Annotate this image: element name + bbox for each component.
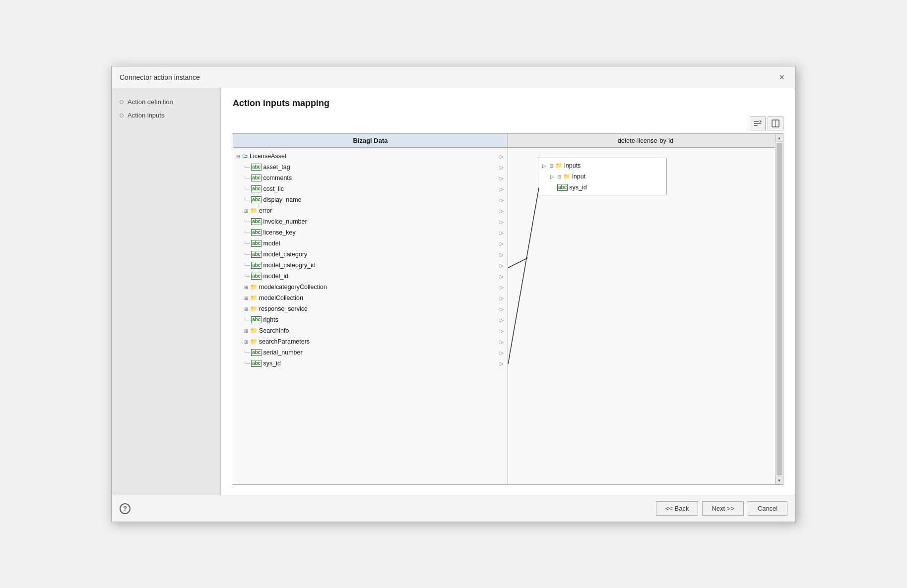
tree-item-sys-id-right[interactable]: abc sys_id [538,182,666,193]
arrow-comments[interactable]: ▷ [500,176,506,181]
arrow-license-asset[interactable]: ▷ [500,154,506,159]
tree-item-license-key[interactable]: └─ abc license_key ▷ [233,227,508,238]
arrow-model-cateogry-id[interactable]: ▷ [500,263,506,268]
abc-icon-serial-number: abc [251,349,261,356]
tree-label-error: error [259,207,272,214]
tree-item-invoice-number[interactable]: └─ abc invoice_number ▷ [233,216,508,227]
tree-label-modelcategory-collection: modelcategoryCollection [259,284,327,291]
tree-label-license-key: license_key [263,229,295,236]
tree-label-sys-id-right: sys_id [569,184,586,191]
folder-collection-icon-1: 📁 [250,284,258,291]
back-button[interactable]: << Back [656,501,699,516]
tree-label-input: input [572,173,585,180]
arrow-display-name[interactable]: ▷ [500,197,506,203]
arrow-model-category[interactable]: ▷ [500,252,506,257]
folder-icon-searchinfo: 📁 [250,327,258,334]
tree-item-license-asset[interactable]: ⊟ 🗂 LicenseAsset ▷ [233,151,508,162]
tree-item-error[interactable]: ⊞ 📁 error ▷ [233,205,508,216]
expand-icon[interactable]: ⊟ [235,154,241,159]
abc-icon-model: abc [251,240,261,247]
abc-icon-model-cateogry-id: abc [251,262,261,269]
arrow-search-parameters[interactable]: ▷ [500,339,506,345]
scroll-thumb[interactable] [777,143,782,475]
tree-item-rights[interactable]: └─ abc rights ▷ [233,314,508,325]
tree-label-search-parameters: searchParameters [259,338,310,345]
help-icon[interactable]: ? [120,503,130,514]
arrow-model-id[interactable]: ▷ [500,274,506,279]
tree-item-display-name[interactable]: └─ abc display_name ▷ [233,194,508,205]
next-button[interactable]: Next >> [702,501,744,516]
tree-item-comments[interactable]: └─ abc comments ▷ [233,173,508,183]
folder-icon-error: 📁 [250,207,258,214]
scroll-down[interactable]: ▼ [776,476,783,484]
arrow-search-info[interactable]: ▷ [500,328,506,334]
tree-item-model[interactable]: └─ abc model ▷ [233,238,508,249]
arrow-model-collection[interactable]: ▷ [500,295,506,301]
right-panel: delete-license-by-id ▷ ⊟ [508,134,783,484]
expand-icon-modelcol[interactable]: ⊞ [243,295,249,301]
arrow-error[interactable]: ▷ [500,208,506,214]
abc-icon-rights: abc [251,316,261,323]
tree-item-response-service[interactable]: ⊞ 📁 response_service ▷ [233,303,508,314]
tree-item-model-id[interactable]: └─ abc model_id ▷ [233,271,508,282]
tree-item-modelcategory-collection[interactable]: ⊞ 📁 modelcategoryCollection ▷ [233,282,508,293]
arrow-response-service[interactable]: ▷ [500,306,506,312]
tree-item-input-row[interactable]: ▷ ⊟ 📁 input [538,171,666,182]
sidebar-item-action-definition[interactable]: Action definition [120,98,212,106]
expand-icon-modelcat[interactable]: ⊞ [243,285,249,290]
main-content: Action definition Action inputs Action i… [112,88,795,495]
abc-icon-sys-id-right: abc [557,184,568,191]
expand-icon-input[interactable]: ▷ [549,174,555,179]
close-button[interactable]: × [776,72,787,83]
tree-item-search-parameters[interactable]: ⊞ 📁 searchParameters ▷ [233,336,508,347]
content-area: Action inputs mapping [221,88,795,495]
scroll-up[interactable]: ▲ [776,134,783,142]
cancel-button[interactable]: Cancel [748,501,787,516]
arrow-model[interactable]: ▷ [500,241,506,246]
tree-item-asset-tag[interactable]: └─ abc asset_tag ▷ [233,162,508,173]
expand-icon-inputs[interactable]: ▷ [541,163,547,169]
tree-item-model-collection[interactable]: ⊞ 📁 modelCollection ▷ [233,293,508,303]
tree-item-cost-lic[interactable]: └─ abc cost_lic ▷ [233,183,508,194]
tree-label-model-cateogry-id: model_cateogry_id [263,262,316,269]
expand-icon-searchinfo[interactable]: ⊞ [243,328,249,334]
sidebar-label-action-inputs: Action inputs [128,112,164,119]
arrow-sys-id-left[interactable]: ▷ [500,361,506,366]
abc-icon-license-key: abc [251,229,261,236]
expand-icon-searchparams[interactable]: ⊞ [243,339,249,345]
arrow-cost-lic[interactable]: ▷ [500,186,506,192]
arrow-invoice-number[interactable]: ▷ [500,219,506,225]
abc-icon-cost-lic: abc [251,185,261,192]
right-panel-content: ▷ ⊟ 📁 inputs ▷ ⊟ 📁 input [508,148,783,484]
scrollbar: ▲ ▼ [775,134,783,484]
tree-item-inputs-row[interactable]: ▷ ⊟ 📁 inputs [538,160,666,171]
expand-icon-input-2[interactable]: ⊟ [556,174,562,179]
expand-icon-response[interactable]: ⊞ [243,306,249,312]
toolbar-btn-2[interactable] [768,117,783,130]
arrow-serial-number[interactable]: ▷ [500,350,506,355]
sidebar-item-action-inputs[interactable]: Action inputs [120,112,212,119]
tree-label-serial-number: serial_number [263,349,302,356]
expand-icon-inputs-2[interactable]: ⊟ [548,163,554,169]
expand-icon-error[interactable]: ⊞ [243,208,249,214]
abc-icon-sys-id-left: abc [251,360,261,367]
tree-label-sys-id-left: sys_id [263,360,280,367]
left-panel-content[interactable]: ⊟ 🗂 LicenseAsset ▷ └─ abc asset_tag ▷ [233,148,508,484]
tree-item-model-category[interactable]: └─ abc model_category ▷ [233,249,508,260]
abc-icon-model-id: abc [251,273,261,280]
tree-item-search-info[interactable]: ⊞ 📁 SearchInfo ▷ [233,325,508,336]
toolbar-btn-1[interactable] [750,117,766,130]
arrow-license-key[interactable]: ▷ [500,230,506,235]
tree-item-sys-id[interactable]: └─ abc sys_id ▷ [233,358,508,369]
arrow-asset-tag[interactable]: ▷ [500,165,506,170]
tree-label-model: model [263,240,280,247]
footer: ? << Back Next >> Cancel [112,495,795,522]
tree-label-model-id: model_id [263,273,288,280]
tree-label-comments: comments [263,175,292,181]
tree-item-model-cateogry-id[interactable]: └─ abc model_cateogry_id ▷ [233,260,508,271]
tree-label-search-info: SearchInfo [259,327,289,334]
arrow-rights[interactable]: ▷ [500,317,506,323]
tree-item-serial-number[interactable]: └─ abc serial_number ▷ [233,347,508,358]
folder-icon-license: 🗂 [242,153,248,160]
arrow-modelcategory-collection[interactable]: ▷ [500,285,506,290]
